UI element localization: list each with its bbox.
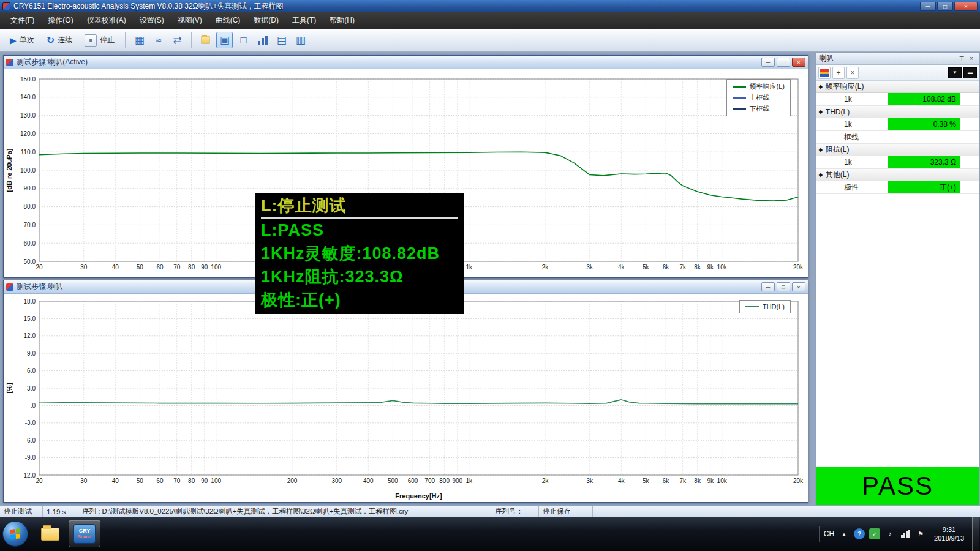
cry-sound-icon: CRY Sound	[74, 524, 96, 544]
group-label: 其他(L)	[826, 170, 850, 180]
help-icon[interactable]: ?	[854, 528, 865, 539]
add-curve-button[interactable]: +	[832, 67, 845, 79]
stop-label: 停止	[100, 35, 115, 45]
minimize-button[interactable]: ─	[920, 2, 936, 11]
status-state: 停止测试	[0, 506, 43, 517]
taskbar-clock[interactable]: 9:31 2018/9/13	[930, 525, 968, 542]
menu-file[interactable]: 文件(F)	[4, 12, 41, 29]
continuous-button[interactable]: ↻ 连续	[42, 32, 77, 48]
curves-palette-button[interactable]	[818, 67, 831, 79]
menu-curve[interactable]: 曲线(C)	[209, 12, 247, 29]
window1-minimize-button[interactable]: ─	[761, 58, 775, 67]
svg-text:2k: 2k	[542, 264, 549, 271]
svg-text:9k: 9k	[707, 264, 714, 271]
network-icon[interactable]	[900, 528, 911, 539]
group-arrow-icon: ◼	[818, 147, 824, 153]
security-shield-icon[interactable]: ✓	[869, 528, 880, 539]
menu-operate[interactable]: 操作(O)	[41, 12, 80, 29]
result-row-polarity[interactable]: 极性 正(+)	[816, 181, 979, 194]
volume-icon[interactable]: ♪	[884, 528, 895, 539]
group-thd[interactable]: ◼ THD(L)	[816, 106, 979, 118]
title-bar[interactable]: CRY6151 Electro-acoustic Analysis System…	[0, 0, 980, 12]
result-overlay: L:停止测试 L:PASS 1KHz灵敏度:108.82dB 1KHz阻抗:32…	[255, 193, 464, 314]
pin-icon[interactable]: ⊤	[957, 54, 967, 63]
result-spacer	[960, 118, 979, 130]
layout-rows-icon: ▤	[277, 34, 287, 47]
language-indicator[interactable]: CH	[824, 530, 834, 538]
window1-close-button[interactable]: ×	[792, 58, 805, 67]
layout-columns-button[interactable]: ▥	[292, 32, 309, 48]
menu-tools[interactable]: 工具(T)	[285, 12, 323, 29]
tray-divider	[819, 526, 820, 542]
system-tray: CH ▴ ? ✓ ♪ ⚑ 9:31 2018/9/13	[819, 517, 980, 551]
action-center-flag-icon[interactable]: ⚑	[915, 528, 926, 539]
svg-text:30: 30	[80, 478, 88, 484]
save-button[interactable]: ▣	[216, 32, 233, 48]
results-panel-header[interactable]: 喇叭 ⊤ ×	[816, 53, 979, 65]
result-value	[888, 131, 960, 143]
svg-text:6k: 6k	[663, 264, 670, 271]
result-row-impedance[interactable]: 1k 323.3 Ω	[816, 156, 979, 169]
panel-dropdown-button[interactable]: ▼	[948, 67, 962, 78]
window2-minimize-button[interactable]: ─	[761, 282, 775, 291]
window2-close-button[interactable]: ×	[792, 282, 805, 291]
svg-text:2k: 2k	[542, 478, 549, 484]
menu-help[interactable]: 帮助(H)	[323, 12, 361, 29]
result-row-limit-lines[interactable]: 框线	[816, 131, 979, 144]
measure-settings-button[interactable]: ▦	[131, 32, 148, 48]
svg-text:700: 700	[424, 478, 435, 484]
stop-button[interactable]: ■ 停止	[80, 32, 119, 49]
result-label: 极性	[816, 181, 888, 193]
group-arrow-icon: ◼	[818, 172, 824, 178]
svg-text:500: 500	[388, 478, 398, 484]
svg-text:300: 300	[331, 478, 342, 484]
taskbar-cry-app-button[interactable]: CRY Sound	[69, 520, 100, 547]
panel-close-icon[interactable]: ×	[967, 54, 976, 63]
start-button[interactable]	[2, 521, 28, 547]
delete-curve-button[interactable]: ×	[846, 67, 859, 79]
group-impedance[interactable]: ◼ 阻抗(L)	[816, 144, 979, 156]
layout-rows-button[interactable]: ▤	[273, 32, 290, 48]
menu-calibration[interactable]: 仪器校准(A)	[80, 12, 133, 29]
group-other[interactable]: ◼ 其他(L)	[816, 169, 979, 181]
svg-text:100.0: 100.0	[20, 167, 36, 174]
maximize-button[interactable]: □	[937, 2, 953, 11]
hidden-icons-chevron[interactable]: ▴	[839, 528, 850, 539]
overlay-polarity-line: 极性:正(+)	[261, 288, 458, 312]
result-row-thd[interactable]: 1k 0.38 %	[816, 118, 979, 131]
svg-text:70.0: 70.0	[24, 222, 36, 228]
svg-text:90: 90	[201, 264, 208, 271]
toolbar-separator	[125, 32, 126, 48]
results-panel: 喇叭 ⊤ × + × ▼ ▬ ◼ 频率响应(L) 1k 108.82 dB ◼ …	[815, 52, 980, 506]
overlay-sensitivity-line: 1KHz灵敏度:108.82dB	[261, 242, 458, 265]
curve-settings-icon: ≈	[156, 34, 161, 47]
menu-settings[interactable]: 设置(S)	[133, 12, 171, 29]
histogram-button[interactable]	[254, 32, 271, 48]
svg-text:-9.0: -9.0	[25, 454, 36, 461]
window1-restore-button[interactable]: □	[777, 58, 790, 67]
show-desktop-button[interactable]	[972, 517, 979, 551]
transfer-button[interactable]: ⇄	[169, 32, 186, 48]
new-window-button[interactable]: □	[235, 32, 252, 48]
menu-data[interactable]: 数据(D)	[247, 12, 285, 29]
result-row-sensitivity[interactable]: 1k 108.82 dB	[816, 93, 979, 106]
run-once-button[interactable]: ▶ 单次	[5, 32, 39, 48]
close-button[interactable]: ×	[954, 2, 978, 11]
svg-text:18.0: 18.0	[24, 298, 36, 305]
result-spacer	[960, 156, 979, 168]
results-panel-title: 喇叭	[819, 53, 957, 64]
window2-restore-button[interactable]: □	[777, 282, 790, 291]
group-frequency-response[interactable]: ◼ 频率响应(L)	[816, 81, 979, 93]
menu-view[interactable]: 视图(V)	[171, 12, 209, 29]
curve-settings-button[interactable]: ≈	[150, 32, 167, 48]
thd-chart[interactable]: -12.0-9.0-6.0-3.0.03.06.09.012.015.018.0…	[4, 294, 808, 502]
svg-text:[%]: [%]	[6, 383, 13, 393]
open-button[interactable]	[197, 32, 214, 48]
panel-collapse-button[interactable]: ▬	[963, 67, 977, 78]
window1-titlebar[interactable]: 测试步骤:喇叭(Active) ─ □ ×	[4, 56, 808, 69]
taskbar-explorer-button[interactable]	[34, 520, 66, 547]
svg-text:120.0: 120.0	[20, 130, 36, 137]
svg-text:3k: 3k	[586, 478, 594, 484]
svg-text:80: 80	[188, 478, 195, 484]
stop-icon: ■	[85, 34, 97, 47]
